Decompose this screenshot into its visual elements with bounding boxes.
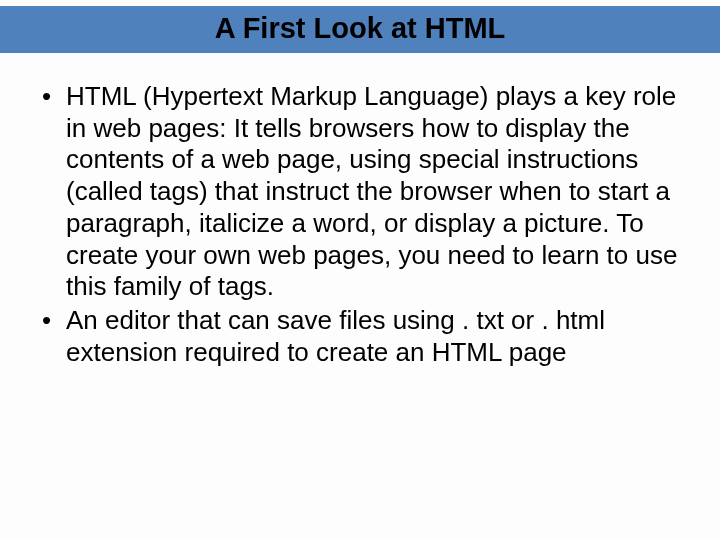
list-item: An editor that can save files using . tx… [38, 305, 690, 368]
slide-body: HTML (Hypertext Markup Language) plays a… [0, 53, 720, 368]
bullet-list: HTML (Hypertext Markup Language) plays a… [38, 81, 690, 368]
slide-title: A First Look at HTML [0, 6, 720, 53]
list-item: HTML (Hypertext Markup Language) plays a… [38, 81, 690, 303]
